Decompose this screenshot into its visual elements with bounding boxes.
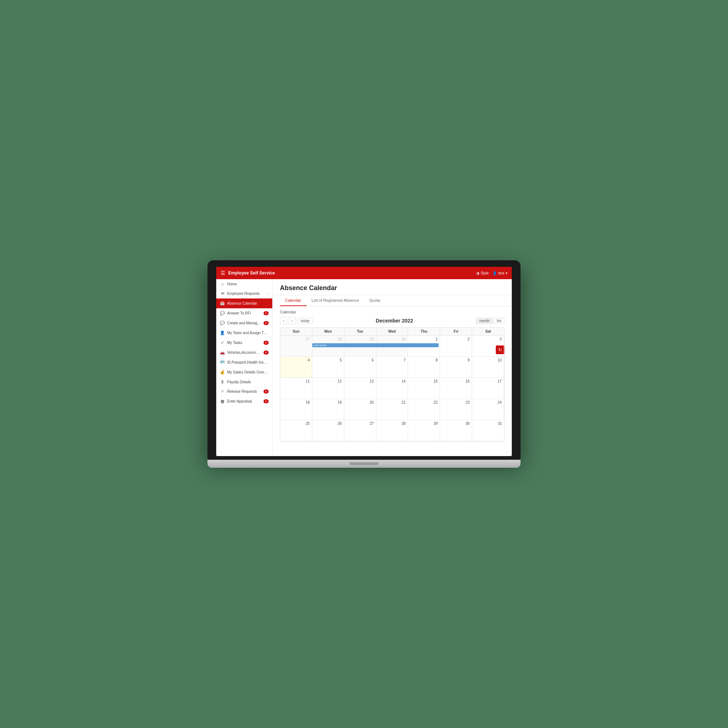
cal-day-num: 28 bbox=[379, 422, 406, 425]
user-menu[interactable]: 👤 test ▾ bbox=[492, 271, 508, 275]
style-icon: ◑ bbox=[476, 271, 479, 275]
cal-day-num: 1 bbox=[410, 337, 437, 341]
cal-cell-w0d6[interactable]: 3 bbox=[472, 336, 504, 357]
user-icon: 👤 bbox=[492, 271, 497, 275]
sidebar-item-payslip[interactable]: $Payslip Details bbox=[216, 377, 272, 387]
cal-cell-w4d0[interactable]: 25 bbox=[280, 420, 312, 441]
calendar-toolbar: ‹ › today December 2022 monthlist bbox=[280, 317, 505, 324]
release-requests-icon: ✓ bbox=[220, 389, 225, 394]
cal-cell-w0d5[interactable]: 2 bbox=[440, 336, 472, 357]
sidebar-label-absence-calendar: Absence Calendar bbox=[227, 301, 269, 305]
employee-requests-icon: ✉ bbox=[220, 291, 225, 296]
view-btn-month[interactable]: month bbox=[476, 318, 493, 324]
sidebar-label-employee-requests: Employee Requests bbox=[227, 292, 265, 295]
cal-cell-w4d6[interactable]: 31 bbox=[472, 420, 504, 441]
cal-day-num: 10 bbox=[474, 358, 502, 362]
sidebar-item-answer-to-rfi[interactable]: 💬Answer To RFI0 bbox=[216, 308, 272, 318]
cal-header-wed: Wed bbox=[376, 327, 408, 336]
tab-calendar[interactable]: Calendar bbox=[280, 295, 306, 306]
cal-cell-w2d0[interactable]: 11 bbox=[280, 378, 312, 399]
my-team-icon: 👤 bbox=[220, 330, 225, 335]
topbar-left: ☰ Employee Self Service bbox=[220, 270, 476, 276]
view-btn-list[interactable]: list bbox=[494, 318, 505, 324]
sidebar-item-id-passport[interactable]: 🪪ID,Passport,Health Insurance... bbox=[216, 358, 272, 367]
sidebar-item-vehicles[interactable]: 🚗Vehicles,Accommodation0 bbox=[216, 348, 272, 358]
style-button[interactable]: ◑ Style bbox=[476, 271, 489, 275]
sidebar-label-my-team: My Team and Assign Tasks bbox=[227, 331, 269, 335]
sidebar-label-id-passport: ID,Passport,Health Insurance... bbox=[227, 360, 269, 364]
cal-cell-w1d3[interactable]: 7 bbox=[376, 357, 408, 378]
cal-header-mon: Mon bbox=[312, 327, 344, 336]
vehicles-icon: 🚗 bbox=[220, 350, 225, 355]
cal-cell-w3d5[interactable]: 23 bbox=[440, 399, 472, 420]
cal-cell-w3d4[interactable]: 22 bbox=[408, 399, 440, 420]
sidebar-item-my-team[interactable]: 👤My Team and Assign Tasks bbox=[216, 328, 272, 338]
cal-cell-w1d6[interactable]: 10 bbox=[472, 357, 504, 378]
cal-day-num: 27 bbox=[347, 422, 374, 425]
cal-cell-w0d1[interactable]: 28sick leave bbox=[312, 336, 344, 357]
calendar-section: Calendar ↻ ‹ › today December 2022 month… bbox=[273, 306, 512, 456]
cal-cell-w1d0[interactable]: 4 bbox=[280, 357, 312, 378]
sidebar-item-salary-overview[interactable]: 💰My Salary Details Overview bbox=[216, 367, 272, 377]
cal-cell-w2d4[interactable]: 15 bbox=[408, 378, 440, 399]
tab-quota[interactable]: Quota bbox=[364, 295, 385, 306]
my-tasks-icon: ✓ bbox=[220, 340, 225, 345]
cal-cell-w3d1[interactable]: 19 bbox=[312, 399, 344, 420]
sidebar-item-release-requests[interactable]: ✓Release Requests0 bbox=[216, 387, 272, 396]
sidebar-item-my-tasks[interactable]: ✓My Tasks0 bbox=[216, 338, 272, 348]
cal-cell-w3d0[interactable]: 18 bbox=[280, 399, 312, 420]
cal-cell-w4d5[interactable]: 30 bbox=[440, 420, 472, 441]
next-month-button[interactable]: › bbox=[289, 317, 296, 324]
cal-day-num: 9 bbox=[442, 358, 470, 362]
laptop-wrapper: ☰ Employee Self Service ◑ Style 👤 test ▾ bbox=[208, 260, 520, 468]
cal-cell-w3d3[interactable]: 21 bbox=[376, 399, 408, 420]
sidebar-item-employee-requests[interactable]: ✉Employee Requests› bbox=[216, 289, 272, 298]
cal-cell-w2d1[interactable]: 12 bbox=[312, 378, 344, 399]
cal-cell-w2d2[interactable]: 13 bbox=[344, 378, 376, 399]
laptop-base bbox=[208, 460, 520, 468]
id-passport-icon: 🪪 bbox=[220, 360, 225, 365]
cal-header-sun: Sun bbox=[280, 327, 312, 336]
cal-cell-w2d3[interactable]: 14 bbox=[376, 378, 408, 399]
prev-month-button[interactable]: ‹ bbox=[280, 317, 287, 324]
badge-my-tasks: 0 bbox=[263, 341, 269, 345]
cal-cell-w1d1[interactable]: 5 bbox=[312, 357, 344, 378]
salary-overview-icon: 💰 bbox=[220, 370, 225, 375]
sidebar-item-enter-appraisal[interactable]: ▦Enter Appraisal0 bbox=[216, 396, 272, 406]
cal-cell-w4d1[interactable]: 26 bbox=[312, 420, 344, 441]
cal-cell-w1d2[interactable]: 6 bbox=[344, 357, 376, 378]
tab-list-registered[interactable]: List of Registered Absence bbox=[306, 295, 364, 306]
sidebar-item-home[interactable]: ⌂Home bbox=[216, 279, 272, 289]
cal-day-num: 17 bbox=[474, 379, 502, 383]
cal-cell-w4d2[interactable]: 27 bbox=[344, 420, 376, 441]
cal-day-num: 14 bbox=[379, 379, 406, 383]
cal-cell-w2d5[interactable]: 16 bbox=[440, 378, 472, 399]
cal-day-num: 11 bbox=[283, 379, 310, 383]
cal-cell-w4d3[interactable]: 28 bbox=[376, 420, 408, 441]
menu-icon[interactable]: ☰ bbox=[220, 270, 225, 276]
topbar-right: ◑ Style 👤 test ▾ bbox=[476, 271, 508, 275]
create-manage-rfi-icon: 💬 bbox=[220, 321, 225, 326]
style-label: Style bbox=[481, 271, 489, 275]
badge-vehicles: 0 bbox=[263, 350, 269, 355]
today-button[interactable]: today bbox=[297, 318, 313, 324]
cal-cell-w1d5[interactable]: 9 bbox=[440, 357, 472, 378]
cal-cell-w2d6[interactable]: 17 bbox=[472, 378, 504, 399]
cal-event-sick-leave[interactable]: sick leave bbox=[312, 343, 439, 347]
cal-cell-w3d6[interactable]: 24 bbox=[472, 399, 504, 420]
app-topbar: ☰ Employee Self Service ◑ Style 👤 test ▾ bbox=[216, 267, 512, 279]
sidebar-item-absence-calendar[interactable]: 📅Absence Calendar bbox=[216, 298, 272, 308]
sidebar-item-create-manage-rfi[interactable]: 💬Create and Manage RFI0 bbox=[216, 318, 272, 328]
cal-cell-w4d4[interactable]: 29 bbox=[408, 420, 440, 441]
cal-header-tue: Tue bbox=[344, 327, 376, 336]
app-title: Employee Self Service bbox=[228, 271, 275, 275]
main-content: Absence Calendar CalendarList of Registe… bbox=[273, 279, 512, 456]
cal-day-num: 20 bbox=[347, 401, 374, 404]
cal-cell-w0d0[interactable]: 27 bbox=[280, 336, 312, 357]
calendar-header-row: SunMonTueWedThuFriSat bbox=[280, 327, 504, 336]
cal-day-num: 29 bbox=[347, 337, 374, 341]
cal-cell-w1d4[interactable]: 8 bbox=[408, 357, 440, 378]
cal-cell-w3d2[interactable]: 20 bbox=[344, 399, 376, 420]
calendar-grid: SunMonTueWedThuFriSat 2728sick leave2930… bbox=[280, 327, 505, 442]
laptop-screen: ☰ Employee Self Service ◑ Style 👤 test ▾ bbox=[216, 267, 512, 456]
